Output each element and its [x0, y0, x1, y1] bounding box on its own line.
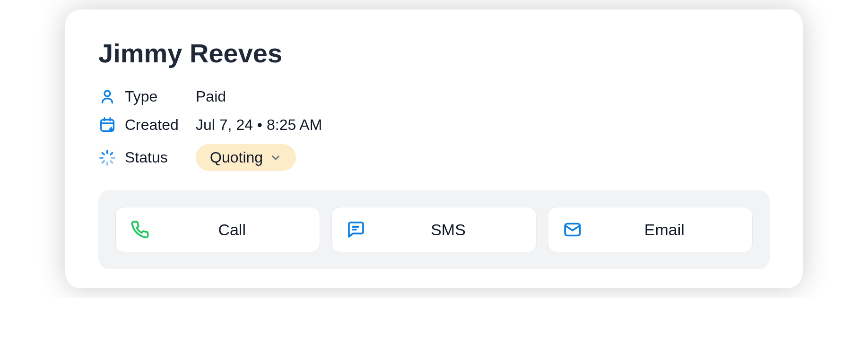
calendar-plus-icon [98, 116, 116, 134]
status-value: Quoting [210, 149, 263, 166]
svg-line-9 [102, 153, 104, 154]
sms-label: SMS [374, 221, 521, 239]
meta-row-type: Type Paid [98, 87, 770, 105]
created-value: Jul 7, 24 • 8:25 AM [196, 116, 322, 134]
call-button[interactable]: Call [115, 207, 320, 252]
mail-icon [563, 220, 582, 240]
meta-row-created: Created Jul 7, 24 • 8:25 AM [98, 116, 770, 134]
loader-icon [98, 149, 116, 167]
email-label: Email [591, 221, 738, 239]
created-label: Created [125, 116, 196, 134]
svg-point-0 [104, 91, 110, 96]
actions-container: Call SMS Email [98, 190, 770, 269]
call-label: Call [158, 221, 305, 239]
sms-button[interactable]: SMS [331, 207, 536, 252]
email-button[interactable]: Email [548, 207, 753, 252]
chevron-down-icon [269, 152, 282, 164]
type-value: Paid [196, 88, 226, 105]
user-icon [98, 87, 116, 105]
phone-icon [130, 220, 150, 240]
contact-card: Jimmy Reeves Type Paid Created Jul 7, 24… [65, 9, 803, 288]
svg-line-10 [111, 161, 113, 163]
svg-line-14 [111, 153, 113, 154]
svg-line-13 [102, 161, 104, 163]
status-label: Status [125, 149, 196, 166]
status-dropdown[interactable]: Quoting [196, 144, 296, 171]
contact-name: Jimmy Reeves [98, 38, 770, 68]
meta-row-status: Status Quoting [98, 144, 770, 171]
message-icon [346, 220, 366, 240]
type-label: Type [125, 88, 196, 105]
